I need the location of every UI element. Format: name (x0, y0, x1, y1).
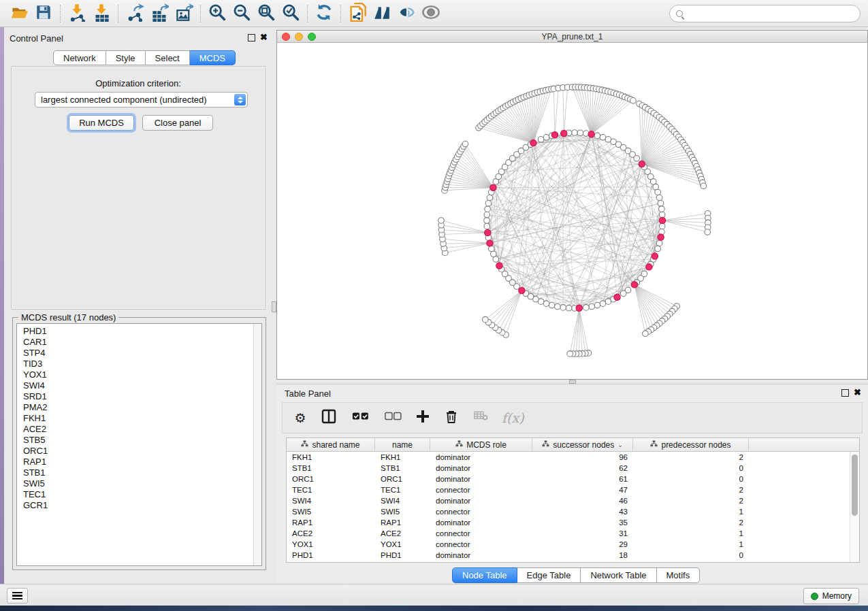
toolbar-separator (200, 5, 201, 22)
table-row[interactable]: PHD1PHD1dominator180 (287, 550, 850, 561)
column-header-successor-nodes[interactable]: successor nodes⌄ (532, 438, 633, 451)
import-table-button[interactable] (89, 3, 114, 24)
main-toolbar-icons (7, 3, 443, 24)
import-network-button[interactable] (65, 3, 89, 24)
close-panel-icon[interactable]: ✖ (260, 32, 268, 42)
network-canvas[interactable] (277, 43, 867, 379)
table-row[interactable]: SWI5SWI5connector431 (287, 506, 850, 517)
optimization-criterion-label: Optimization criterion: (12, 78, 265, 88)
column-header-predecessor-nodes[interactable]: predecessor nodes (633, 438, 749, 451)
zoom-fit-button[interactable] (254, 3, 278, 24)
table-cell: PHD1 (375, 550, 430, 561)
mcds-tab-content: Optimization criterion: largest connecte… (11, 66, 266, 310)
export-network-button[interactable] (123, 3, 147, 24)
mcds-list-scrollbar[interactable] (253, 324, 261, 565)
main-toolbar (0, 0, 868, 27)
table-float-icon[interactable] (841, 389, 849, 397)
mcds-result-item[interactable]: ORC1 (23, 446, 261, 457)
column-header-MCDS-role[interactable]: MCDS role (430, 438, 532, 451)
export-image-button[interactable] (172, 3, 196, 24)
mcds-result-item[interactable]: CAR1 (23, 337, 261, 348)
zoom-out-button[interactable] (229, 3, 254, 24)
select-all-button[interactable] (349, 409, 370, 427)
scrollbar-thumb[interactable] (852, 455, 858, 516)
mcds-result-item[interactable]: SWI4 (23, 380, 261, 391)
criterion-dropdown[interactable]: largest connected component (undirected) (35, 92, 248, 108)
zoom-selected-button[interactable] (278, 3, 303, 24)
table-tab-motifs[interactable]: Motifs (657, 567, 701, 583)
show-all-button[interactable] (419, 3, 443, 24)
table-row[interactable]: FKH1FKH1dominator962 (287, 452, 850, 463)
mcds-result-item[interactable]: STP4 (23, 348, 261, 359)
mcds-result-item[interactable]: PHD1 (23, 326, 261, 337)
tab-select[interactable]: Select (146, 50, 190, 65)
toggle-panel-button[interactable] (321, 409, 337, 427)
node-table-header: shared namenameMCDS rolesuccessor nodes⌄… (287, 438, 859, 452)
network-overview-button[interactable] (370, 3, 394, 24)
table-row[interactable]: ORC1ORC1dominator610 (287, 474, 850, 484)
save-session-button[interactable] (31, 3, 56, 24)
table-row[interactable]: ACE2ACE2connector311 (287, 528, 850, 539)
table-tab-node-table[interactable]: Node Table (452, 567, 517, 583)
table-scrollbar[interactable] (850, 452, 859, 562)
column-header-name[interactable]: name (375, 438, 430, 451)
table-row[interactable]: STB1STB1dominator620 (287, 463, 850, 474)
memory-button[interactable]: Memory (803, 588, 859, 604)
mcds-result-item[interactable]: STB5 (23, 435, 261, 446)
network-window-titlebar[interactable]: YPA_prune.txt_1 (277, 31, 867, 43)
mcds-result-item[interactable]: PMA2 (23, 402, 261, 413)
table-settings-button[interactable]: ⚙ (292, 409, 308, 427)
table-row[interactable]: SWI4SWI4dominator462 (287, 495, 850, 506)
mcds-result-item[interactable]: ACE2 (23, 424, 261, 435)
mcds-result-item[interactable]: TID3 (23, 359, 261, 369)
hide-eye-icon (397, 3, 416, 24)
table-cell: 43 (532, 506, 633, 517)
table-tab-network-table[interactable]: Network Table (581, 567, 656, 583)
tab-mcds[interactable]: MCDS (190, 50, 236, 65)
table-cell: 1 (633, 528, 749, 539)
table-close-icon[interactable]: ✖ (854, 387, 861, 397)
mcds-result-item[interactable]: SRD1 (23, 391, 261, 402)
trash-icon (443, 408, 460, 428)
mcds-result-item[interactable]: SWI5 (23, 478, 261, 489)
table-cell: 2 (633, 517, 749, 528)
mcds-result-item[interactable]: STB1 (23, 467, 261, 478)
column-label: name (392, 440, 413, 450)
column-header-shared-name[interactable]: shared name (287, 438, 375, 451)
mcds-result-item[interactable]: GCR1 (23, 500, 261, 511)
select-all-icon (349, 409, 370, 427)
mcds-result-item[interactable]: RAP1 (23, 457, 261, 467)
mcds-result-item[interactable]: YOX1 (23, 369, 261, 380)
table-tab-edge-table[interactable]: Edge Table (517, 567, 581, 583)
splitter-grip-icon[interactable] (272, 301, 276, 312)
apply-layout-button[interactable] (312, 3, 336, 24)
mcds-result-title: MCDS result (17 nodes) (18, 312, 118, 323)
columns-icon (321, 408, 337, 428)
show-task-history-button[interactable] (7, 588, 28, 604)
hide-selected-button[interactable] (394, 3, 419, 24)
search-input[interactable] (686, 8, 860, 19)
mcds-result-list[interactable]: PHD1CAR1STP4TID3YOX1SWI4SRD1PMA2FKH1ACE2… (16, 323, 262, 566)
table-cell: 29 (532, 539, 633, 550)
add-column-button[interactable] (415, 409, 431, 427)
table-row[interactable]: YOX1YOX1connector291 (287, 539, 850, 550)
table-cell: dominator (430, 452, 532, 463)
tab-network[interactable]: Network (53, 50, 106, 65)
table-row[interactable]: TEC1TEC1connector472 (287, 484, 850, 495)
deselect-all-button[interactable] (382, 409, 402, 427)
search-box[interactable] (669, 5, 861, 22)
export-table-button[interactable] (147, 3, 172, 24)
mcds-result-item[interactable]: TEC1 (23, 489, 261, 500)
table-panel: Table Panel ✖ ⚙f(x) shared namenameMCDS … (276, 384, 868, 584)
mcds-result-item[interactable]: FKH1 (23, 413, 261, 424)
desktop-edge-bottom (0, 606, 868, 611)
close-panel-button[interactable]: Close panel (142, 115, 213, 131)
tab-style[interactable]: Style (106, 50, 146, 65)
delete-column-button[interactable] (443, 409, 460, 427)
table-row[interactable]: RAP1RAP1dominator352 (287, 517, 850, 528)
open-file-button[interactable] (7, 3, 31, 24)
run-mcds-button[interactable]: Run MCDS (69, 115, 134, 131)
float-panel-icon[interactable] (248, 34, 255, 42)
new-network-from-selection-button[interactable] (345, 3, 370, 24)
zoom-in-button[interactable] (205, 3, 229, 24)
